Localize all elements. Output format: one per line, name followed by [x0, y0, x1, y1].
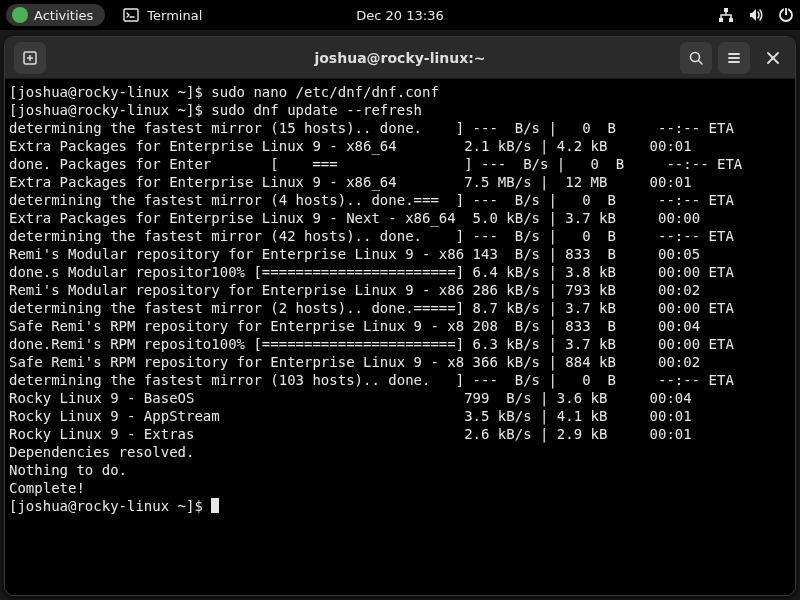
rocky-logo-icon: [12, 7, 28, 23]
hamburger-menu-button[interactable]: [718, 42, 750, 74]
volume-icon: [748, 7, 764, 23]
power-icon: [778, 7, 794, 23]
search-button[interactable]: [680, 42, 712, 74]
activities-button[interactable]: Activities: [6, 4, 105, 26]
new-tab-icon: [22, 50, 38, 66]
activities-label: Activities: [34, 8, 93, 23]
topbar-app-menu[interactable]: Terminal: [123, 7, 202, 23]
terminal-icon: [123, 7, 139, 23]
svg-rect-3: [729, 18, 733, 22]
svg-rect-1: [724, 8, 728, 12]
topbar-status-area[interactable]: [718, 7, 794, 23]
gnome-topbar: Activities Terminal Dec 20 13:36: [0, 0, 800, 30]
search-icon: [688, 50, 704, 66]
terminal-cursor: [211, 498, 219, 513]
close-button[interactable]: [757, 42, 789, 74]
topbar-clock[interactable]: Dec 20 13:36: [356, 8, 443, 23]
network-icon: [718, 7, 734, 23]
close-icon: [766, 51, 780, 65]
window-titlebar: joshua@rocky-linux:~: [5, 37, 795, 79]
new-tab-button[interactable]: [14, 42, 46, 74]
topbar-app-label: Terminal: [147, 8, 202, 23]
svg-line-10: [699, 60, 703, 64]
hamburger-icon: [726, 50, 742, 66]
terminal-window: joshua@rocky-linux:~: [4, 36, 796, 596]
terminal-prompt: [joshua@rocky-linux ~]$: [9, 498, 211, 514]
terminal-content[interactable]: [joshua@rocky-linux ~]$ sudo nano /etc/d…: [5, 79, 795, 595]
window-title: joshua@rocky-linux:~: [314, 50, 485, 66]
svg-rect-2: [719, 18, 723, 22]
svg-rect-0: [124, 9, 138, 21]
